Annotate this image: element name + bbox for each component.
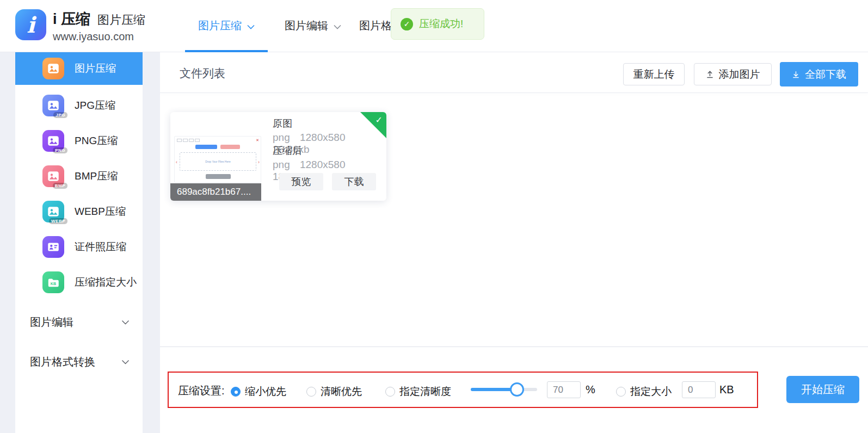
- file-thumbnail: ✕ Drop Your Files Here ‹ ›: [174, 136, 261, 183]
- file-dimensions: 1280x580: [300, 159, 345, 170]
- reupload-button[interactable]: 重新上传: [623, 63, 685, 85]
- tab-label: 图片编辑: [285, 18, 328, 33]
- radio-label: 缩小优先: [245, 385, 286, 399]
- radio-label: 指定大小: [630, 385, 672, 399]
- sidebar-item-label: WEBP压缩: [75, 205, 126, 219]
- png-compress-icon: PNG: [42, 130, 64, 152]
- sidebar-item-compress-to-size[interactable]: KB 压缩指定大小: [15, 264, 143, 300]
- file-dimensions: 1280x580: [300, 132, 345, 143]
- page-title: 文件列表: [180, 66, 225, 81]
- target-size-input[interactable]: [682, 381, 716, 398]
- chevron-down-icon: [121, 320, 130, 325]
- thumb-gray-button: [206, 174, 231, 179]
- compressed-label: 压缩后: [273, 144, 386, 157]
- compress-settings-label: 压缩设置:: [178, 383, 225, 398]
- thumb-format-tabs: [177, 139, 200, 142]
- sidebar-group-image-edit[interactable]: 图片编辑: [15, 312, 143, 332]
- radio-label: 清晰优先: [321, 385, 362, 399]
- image-compress-icon: [42, 58, 64, 79]
- id-photo-icon: [42, 236, 64, 258]
- brand-product: 图片压缩: [97, 12, 145, 28]
- radio-specify-clarity[interactable]: 指定清晰度: [385, 385, 451, 399]
- brand-title: i 压缩: [53, 9, 90, 29]
- sidebar-item-png-compress[interactable]: PNG PNG压缩: [15, 123, 143, 158]
- radio-shrink-priority[interactable]: 缩小优先: [231, 385, 286, 399]
- bmp-compress-icon: BMP: [42, 165, 64, 187]
- format-badge: PNG: [53, 147, 67, 153]
- download-button[interactable]: 下载: [332, 173, 376, 190]
- thumb-upload-button: [195, 145, 217, 149]
- original-label: 原图: [273, 117, 386, 130]
- divider: [160, 92, 868, 93]
- kb-unit-label: KB: [719, 383, 734, 396]
- group-label: 图片编辑: [30, 315, 73, 330]
- file-card: ✓ ✕ Drop Your Files Here ‹ › 689ac8fb21b…: [170, 112, 386, 201]
- sidebar-item-label: BMP压缩: [75, 169, 118, 183]
- radio-icon[interactable]: [616, 387, 626, 397]
- preview-button[interactable]: 预览: [279, 173, 323, 190]
- sidebar-item-label: 压缩指定大小: [75, 275, 137, 289]
- tab-image-edit[interactable]: 图片编辑: [275, 0, 351, 52]
- sidebar-item-bmp-compress[interactable]: BMP BMP压缩: [15, 158, 143, 194]
- sidebar-item-webp-compress[interactable]: WEBP WEBP压缩: [15, 194, 143, 229]
- quality-percent-input[interactable]: [547, 381, 581, 398]
- webp-compress-icon: WEBP: [42, 201, 64, 222]
- thumb-clear-button: [220, 145, 240, 149]
- jpg-compress-icon: JPG: [42, 95, 64, 116]
- add-images-button[interactable]: 添加图片: [694, 63, 772, 85]
- button-label: 添加图片: [719, 67, 760, 82]
- toast-message: 压缩成功!: [419, 17, 463, 31]
- thumb-drop-text: Drop Your Files Here: [205, 160, 230, 163]
- sidebar-group-image-convert[interactable]: 图片格式转换: [15, 352, 143, 372]
- start-compress-button[interactable]: 开始压缩: [786, 376, 859, 403]
- radio-icon[interactable]: [231, 387, 241, 397]
- chevron-down-icon: [247, 24, 255, 29]
- percent-unit-label: %: [586, 383, 595, 396]
- button-label: 全部下载: [805, 67, 846, 82]
- sidebar-item-idphoto-compress[interactable]: 证件照压缩: [15, 229, 143, 264]
- chevron-down-icon: [121, 360, 130, 364]
- group-label: 图片格式转换: [30, 355, 95, 369]
- format-badge: JPG: [53, 112, 67, 118]
- format-badge: BMP: [53, 183, 67, 189]
- radio-label: 指定清晰度: [399, 385, 451, 399]
- tab-image-compress[interactable]: 图片压缩: [185, 0, 268, 52]
- sidebar-item-jpg-compress[interactable]: JPG JPG压缩: [15, 88, 143, 123]
- thumb-dropzone: Drop Your Files Here: [180, 152, 256, 171]
- slider-thumb[interactable]: [510, 382, 524, 397]
- file-format: png: [273, 132, 290, 143]
- radio-specify-size[interactable]: 指定大小: [616, 385, 672, 399]
- filename-bar: 689ac8fb21b67....: [170, 183, 261, 201]
- divider: [160, 347, 868, 347]
- download-all-button[interactable]: 全部下载: [780, 62, 858, 86]
- success-toast: ✓ 压缩成功!: [391, 8, 484, 40]
- button-label: 重新上传: [633, 67, 675, 82]
- sidebar-item-label: PNG压缩: [75, 134, 118, 148]
- radio-icon[interactable]: [385, 387, 395, 397]
- download-icon: [792, 70, 800, 78]
- sidebar: 图片压缩 JPG JPG压缩 PNG PNG压缩: [15, 52, 143, 433]
- quality-slider[interactable]: [471, 382, 537, 397]
- kb-size-icon: KB: [42, 271, 64, 293]
- brand-url: www.iyasuo.com: [53, 30, 145, 43]
- sidebar-item-label: 证件照压缩: [75, 240, 126, 254]
- brand[interactable]: i i 压缩 图片压缩 www.iyasuo.com: [15, 9, 145, 43]
- radio-icon[interactable]: [306, 387, 316, 397]
- check-circle-icon: ✓: [401, 18, 413, 30]
- thumb-next-arrow: ›: [258, 159, 260, 165]
- main-panel: 文件列表 重新上传 添加图片 全部下载 ✓ ✕ Drop: [160, 52, 868, 433]
- file-format: png: [273, 159, 290, 170]
- sidebar-item-label: 图片压缩: [75, 61, 116, 76]
- tab-label: 图片压缩: [198, 18, 242, 33]
- sidebar-item-label: JPG压缩: [75, 98, 115, 113]
- chevron-down-icon: [334, 24, 341, 29]
- upload-icon: [706, 70, 714, 78]
- format-badge: WEBP: [49, 218, 67, 224]
- thumb-prev-arrow: ‹: [176, 159, 177, 165]
- svg-text:KB: KB: [51, 281, 56, 286]
- active-tab-underline: [185, 50, 268, 52]
- thumb-close-icon: ✕: [256, 138, 259, 143]
- radio-clarity-priority[interactable]: 清晰优先: [306, 385, 362, 399]
- sidebar-item-image-compress[interactable]: 图片压缩: [15, 52, 143, 85]
- brand-logo-icon: i: [15, 9, 46, 40]
